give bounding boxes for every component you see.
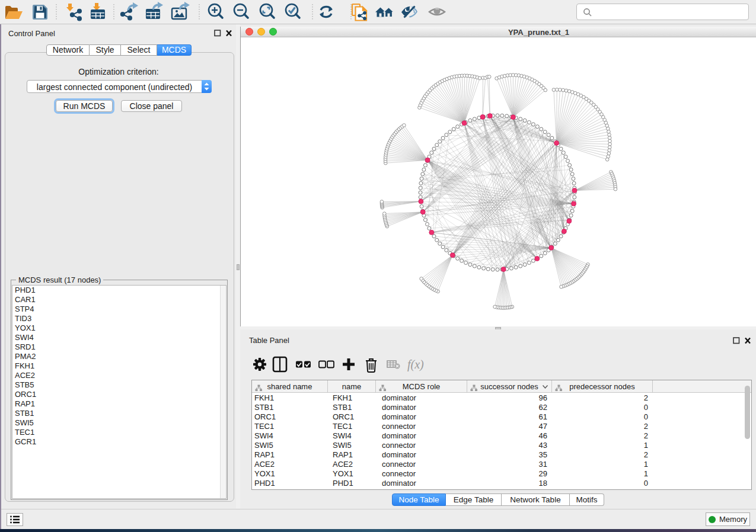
svg-text:f(x): f(x) [407, 358, 424, 371]
